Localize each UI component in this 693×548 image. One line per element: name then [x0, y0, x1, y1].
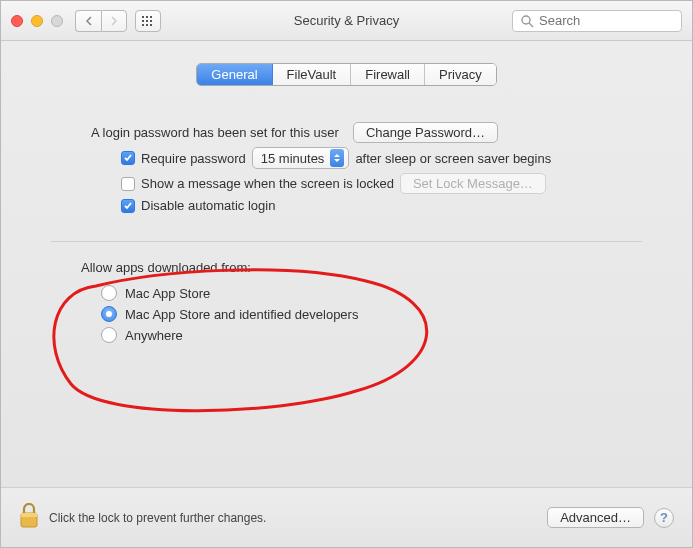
require-password-delay-value: 15 minutes [261, 151, 325, 166]
forward-button[interactable] [101, 10, 127, 32]
chevron-updown-icon [330, 149, 344, 167]
search-wrap [512, 10, 682, 32]
set-lock-message-button: Set Lock Message… [400, 173, 546, 194]
tab-bar: General FileVault Firewall Privacy [1, 63, 692, 86]
nav-buttons [75, 10, 127, 32]
tab-firewall[interactable]: Firewall [351, 64, 425, 85]
svg-rect-1 [146, 16, 148, 18]
disable-auto-login-label: Disable automatic login [141, 198, 275, 213]
require-password-tail: after sleep or screen saver begins [355, 151, 551, 166]
lock-icon[interactable] [19, 503, 39, 532]
footer-right: Advanced… ? [547, 507, 674, 528]
radio-label-mac-app-store: Mac App Store [125, 286, 210, 301]
disable-auto-login-checkbox[interactable] [121, 199, 135, 213]
back-button[interactable] [75, 10, 101, 32]
titlebar: Security & Privacy [1, 1, 692, 41]
search-input[interactable] [512, 10, 682, 32]
svg-rect-2 [150, 16, 152, 18]
svg-rect-3 [142, 20, 144, 22]
radio-row-identified-developers: Mac App Store and identified developers [101, 306, 642, 322]
change-password-button[interactable]: Change Password… [353, 122, 498, 143]
disable-auto-login-row: Disable automatic login [121, 198, 642, 213]
show-message-checkbox[interactable] [121, 177, 135, 191]
svg-rect-8 [150, 24, 152, 26]
maximize-icon[interactable] [51, 15, 63, 27]
radio-row-anywhere: Anywhere [101, 327, 642, 343]
lock-text: Click the lock to prevent further change… [49, 511, 266, 525]
show-all-button[interactable] [135, 10, 161, 32]
allow-apps-heading: Allow apps downloaded from: [81, 260, 642, 275]
show-message-row: Show a message when the screen is locked… [121, 173, 642, 194]
content-area: A login password has been set for this u… [1, 86, 692, 343]
minimize-icon[interactable] [31, 15, 43, 27]
radio-anywhere[interactable] [101, 327, 117, 343]
radio-identified-developers[interactable] [101, 306, 117, 322]
password-set-text: A login password has been set for this u… [91, 125, 339, 140]
svg-rect-0 [142, 16, 144, 18]
tab-general[interactable]: General [197, 64, 272, 85]
require-password-label: Require password [141, 151, 246, 166]
segmented-tabs: General FileVault Firewall Privacy [196, 63, 496, 86]
allow-apps-section: Allow apps downloaded from: Mac App Stor… [51, 260, 642, 343]
require-password-checkbox[interactable] [121, 151, 135, 165]
require-password-row: Require password 15 minutes after sleep … [121, 147, 642, 169]
radio-mac-app-store[interactable] [101, 285, 117, 301]
tab-privacy[interactable]: Privacy [425, 64, 496, 85]
radio-label-anywhere: Anywhere [125, 328, 183, 343]
section-divider [51, 241, 642, 242]
security-privacy-window: Security & Privacy General FileVault Fir… [0, 0, 693, 548]
footer-bar: Click the lock to prevent further change… [1, 487, 692, 547]
close-icon[interactable] [11, 15, 23, 27]
svg-rect-5 [150, 20, 152, 22]
svg-rect-12 [21, 513, 37, 517]
tab-filevault[interactable]: FileVault [273, 64, 352, 85]
radio-label-identified-developers: Mac App Store and identified developers [125, 307, 358, 322]
help-button[interactable]: ? [654, 508, 674, 528]
show-message-label: Show a message when the screen is locked [141, 176, 394, 191]
radio-row-mac-app-store: Mac App Store [101, 285, 642, 301]
advanced-button[interactable]: Advanced… [547, 507, 644, 528]
svg-rect-6 [142, 24, 144, 26]
require-password-delay-select[interactable]: 15 minutes [252, 147, 350, 169]
password-set-row: A login password has been set for this u… [91, 122, 642, 143]
svg-rect-7 [146, 24, 148, 26]
traffic-lights [11, 15, 63, 27]
svg-rect-4 [146, 20, 148, 22]
